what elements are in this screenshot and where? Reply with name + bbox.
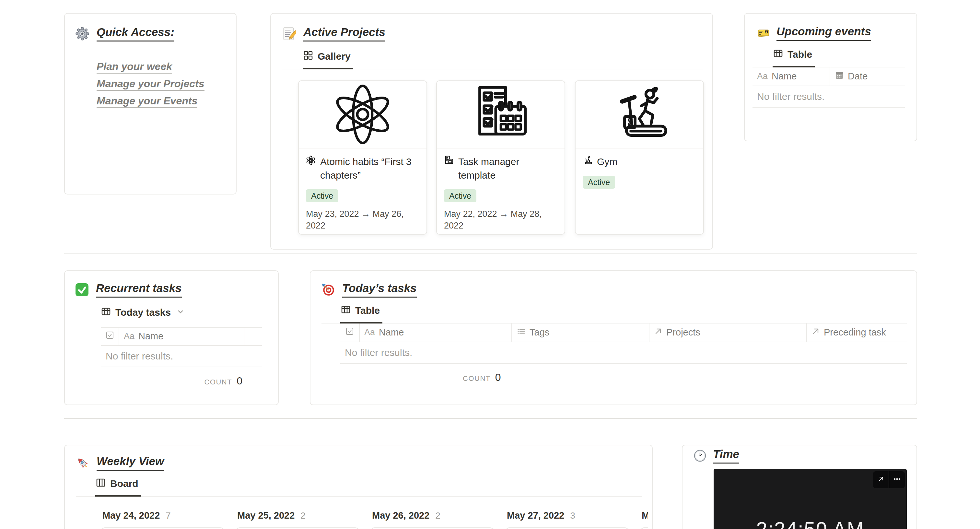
more-dots-icon: [892, 475, 902, 485]
count-value: 0: [495, 371, 501, 384]
weekly-view-panel: Weekly View Board May 24, 2022 7: [64, 445, 653, 529]
board-card-morning-routine[interactable]: Morning routine: [640, 527, 648, 529]
column-header-date[interactable]: Date: [830, 67, 905, 86]
upcoming-events-panel: A Upcoming events Table Aa Name: [744, 13, 917, 141]
todays-tasks-title: Today’s tasks: [342, 282, 417, 298]
task-calendar-small-icon: [444, 156, 454, 167]
time-header: Time: [682, 445, 916, 464]
tab-gallery-label: Gallery: [318, 51, 351, 62]
board-column-count: 3: [570, 510, 575, 521]
board-column: May 28, 2022 Morning routine: [640, 510, 648, 529]
text-icon: Aa: [364, 327, 375, 338]
column-header-name[interactable]: Aa Name: [119, 328, 244, 345]
weekly-view-title: Weekly View: [97, 455, 164, 471]
arrow-up-right-icon: [654, 327, 662, 338]
board-column-date: May 26, 2022: [372, 510, 430, 521]
table-icon: [773, 49, 783, 61]
quick-access-panel: Quick Access: Plan your week Manage your…: [64, 13, 237, 194]
column-header-name[interactable]: Aa Name: [359, 323, 511, 342]
board-card-morning-routine[interactable]: Morning routine: [101, 527, 224, 529]
tab-table[interactable]: Table: [773, 49, 815, 67]
project-card-atomic-habits[interactable]: Atomic habits “First 3 chapters” Active …: [298, 80, 427, 235]
status-badge: Active: [583, 176, 615, 189]
weekly-board: May 24, 2022 7 Morning routine Ma: [101, 510, 648, 529]
project-card-dates: May 22, 2022 → May 28, 2022: [444, 208, 551, 232]
board-icon: [96, 478, 106, 490]
recurrent-tasks-table-header: Aa Name: [101, 327, 262, 346]
status-badge: Active: [306, 189, 338, 202]
board-column-date: May 28, 2022: [642, 510, 648, 521]
clock-embed[interactable]: 2:24:50 AM: [714, 469, 907, 529]
tab-board[interactable]: Board: [95, 478, 141, 497]
active-projects-title: Active Projects: [303, 26, 385, 41]
board-card-morning-routine[interactable]: Morning routine: [506, 527, 629, 529]
link-manage-your-projects[interactable]: Manage your Projects: [97, 78, 205, 91]
link-manage-your-events[interactable]: Manage your Events: [97, 95, 197, 108]
column-header-name[interactable]: Aa Name: [752, 67, 830, 86]
board-card-morning-routine[interactable]: Morning routine: [236, 527, 359, 529]
text-icon: Aa: [757, 71, 768, 81]
column-header-tags[interactable]: Tags: [511, 323, 649, 342]
target-icon: [321, 283, 335, 296]
count-value: 0: [237, 375, 242, 387]
weekly-view-header: Weekly View: [65, 445, 652, 471]
table-icon: [101, 307, 111, 319]
view-selector-today-tasks[interactable]: Today tasks: [101, 307, 185, 319]
atom-icon: [299, 81, 426, 148]
check-icon: [75, 283, 89, 296]
quick-access-title: Quick Access:: [97, 26, 174, 41]
column-header-checkbox[interactable]: [340, 323, 359, 342]
list-icon: [517, 327, 526, 338]
treadmill-small-icon: [583, 156, 592, 167]
upcoming-events-title: Upcoming events: [776, 25, 871, 41]
gallery-icon: [303, 51, 313, 62]
recurrent-tasks-header: Recurrent tasks: [65, 271, 278, 298]
project-card-gym[interactable]: Gym Active: [575, 80, 704, 235]
time-panel: Time 2:24:50 AM: [682, 445, 917, 529]
project-card-title: Atomic habits “First 3 chapters”: [320, 155, 419, 182]
memo-icon: [282, 27, 296, 41]
board-card-morning-routine[interactable]: Morning routine: [371, 527, 494, 529]
checkbox-icon: [106, 331, 114, 342]
count-row: COUNT 0: [310, 371, 916, 384]
arrow-up-right-icon: [811, 327, 820, 338]
table-icon: [341, 305, 351, 317]
tab-table[interactable]: Table: [340, 305, 382, 323]
board-column-date: May 25, 2022: [237, 510, 294, 521]
todays-tasks-header: Today’s tasks: [310, 271, 916, 298]
active-projects-panel: Active Projects Gallery: [270, 13, 713, 250]
task-calendar-icon: [437, 81, 565, 148]
recurrent-tasks-title: Recurrent tasks: [96, 282, 182, 298]
more-options-button[interactable]: [889, 471, 905, 488]
tab-gallery[interactable]: Gallery: [303, 51, 353, 69]
project-card-task-manager[interactable]: Task manager template Active May 22, 202…: [436, 80, 565, 235]
todays-tasks-tab-row: Table: [321, 305, 907, 323]
open-external-button[interactable]: [873, 471, 889, 488]
section-divider: [64, 253, 917, 254]
active-projects-header: Active Projects: [271, 14, 712, 41]
column-header-projects[interactable]: Projects: [649, 323, 806, 342]
gear-icon: [75, 27, 89, 41]
project-card-title: Gym: [597, 155, 617, 169]
board-column-count: 2: [435, 510, 441, 521]
count-label: COUNT: [204, 378, 232, 386]
upcoming-events-empty-state: No filter results.: [752, 86, 905, 108]
upcoming-events-table-header: Aa Name Date: [752, 67, 905, 86]
board-column: May 24, 2022 7 Morning routine: [101, 510, 224, 529]
recurrent-tasks-panel: Recurrent tasks Today tasks Aa: [64, 270, 279, 405]
tab-board-label: Board: [110, 478, 138, 489]
todays-tasks-table-header: Aa Name Tags Projects: [340, 323, 907, 342]
todays-tasks-empty-state: No filter results.: [340, 342, 907, 364]
embed-controls: [873, 471, 905, 488]
link-plan-your-week[interactable]: Plan your week: [97, 61, 172, 73]
board-column: May 27, 2022 3 Morning routine: [506, 510, 629, 529]
clock-display: 2:24:50 AM: [714, 517, 907, 529]
recurrent-tasks-empty-state: No filter results.: [101, 346, 262, 367]
column-header-checkbox[interactable]: [101, 328, 119, 345]
svg-text:A: A: [765, 30, 767, 33]
time-title: Time: [713, 448, 739, 464]
column-header-preceding-task[interactable]: Preceding task: [806, 323, 907, 342]
tab-table-label: Table: [788, 49, 812, 60]
board-column: May 25, 2022 2 Morning routine: [236, 510, 359, 529]
todays-tasks-panel: Today’s tasks Table Aa Name: [310, 270, 917, 405]
